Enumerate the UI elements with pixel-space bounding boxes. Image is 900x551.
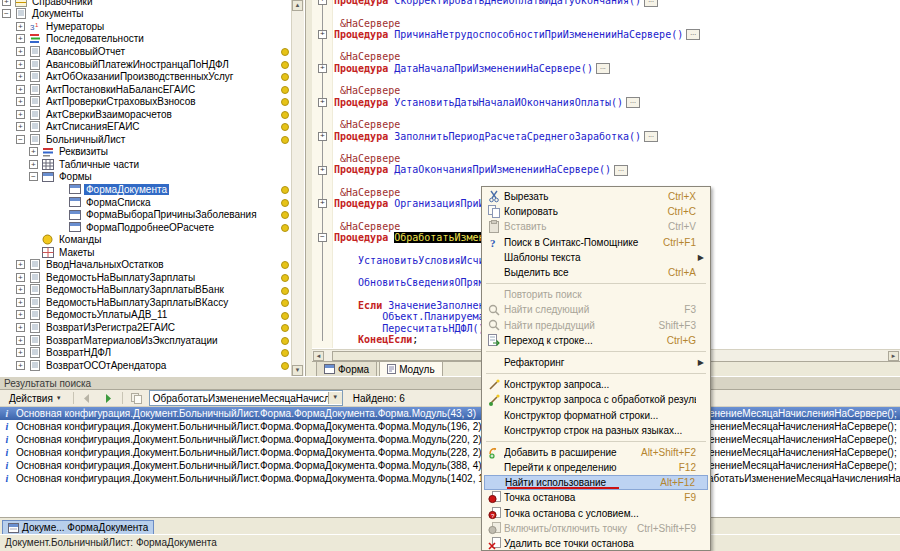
search-filter-combo[interactable]: ОбработатьИзменениеМесяцаНачисленияНаСер… bbox=[149, 390, 343, 406]
code-line[interactable]: &НаСервере bbox=[334, 85, 900, 96]
code-line[interactable] bbox=[334, 74, 900, 85]
code-line[interactable]: Процедура ДатаОкончанияПриИзмененииНаСер… bbox=[334, 164, 900, 175]
tree-item-АктОбОказанииПроизводственныхУслуг[interactable]: +АктОбОказанииПроизводственныхУслуг bbox=[0, 70, 290, 83]
fold-expand-icon[interactable]: + bbox=[318, 30, 327, 39]
code-line[interactable] bbox=[334, 108, 900, 119]
tree-scrollbar[interactable]: ▲ ▼ bbox=[291, 0, 304, 376]
fold-expand-icon[interactable]: + bbox=[318, 64, 327, 73]
tab-forma[interactable]: Форма bbox=[316, 362, 377, 376]
expand-icon[interactable]: + bbox=[16, 323, 25, 332]
tree-item-Реквизиты[interactable]: +Реквизиты bbox=[0, 146, 290, 159]
tree-item-ФормаСписка[interactable]: +ФормаСписка bbox=[0, 196, 290, 209]
tree-item-Последовательности[interactable]: +Последовательности bbox=[0, 33, 290, 46]
expand-icon[interactable]: + bbox=[29, 160, 38, 169]
combo-arrow-icon[interactable]: ▼ bbox=[328, 392, 342, 404]
expand-icon[interactable]: + bbox=[16, 72, 25, 81]
code-line[interactable]: &НаСервере bbox=[334, 18, 900, 29]
code-line[interactable] bbox=[334, 6, 900, 17]
search-result-row[interactable]: iОсновная конфигурация.Документ.Больничн… bbox=[0, 472, 900, 485]
menu-item-Конструктор-запроса-с-обработкой-результата-[interactable]: Конструктор запроса с обработкой результ… bbox=[484, 392, 708, 407]
code-line[interactable]: &НаСервере bbox=[334, 119, 900, 130]
tree-item-Команды[interactable]: +Команды bbox=[0, 233, 290, 246]
menu-item-Удалить-все-точки-останова[interactable]: Удалить все точки останова bbox=[484, 536, 708, 551]
next-result-button[interactable] bbox=[100, 391, 116, 405]
tab-modul[interactable]: Модуль bbox=[379, 362, 442, 376]
menu-item-Конструктор-запроса-[interactable]: Конструктор запроса... bbox=[484, 377, 708, 392]
code-line[interactable] bbox=[334, 40, 900, 51]
menu-item-Выделить-все[interactable]: Выделить всеCtrl+A bbox=[484, 265, 708, 280]
tree-item-ВедомостьНаВыплатуЗарплатыВБанк[interactable]: +ВедомостьНаВыплатуЗарплатыВБанк bbox=[0, 284, 290, 297]
expand-icon[interactable]: + bbox=[16, 22, 25, 31]
fold-expand-icon[interactable]: + bbox=[318, 0, 327, 5]
menu-item-Перейти-к-определению[interactable]: Перейти к определениюF12 bbox=[484, 460, 708, 475]
tree-item-ФормаВыбораПричиныЗаболевания[interactable]: +ФормаВыбораПричиныЗаболевания bbox=[0, 208, 290, 221]
expand-icon[interactable]: + bbox=[16, 47, 25, 56]
expand-icon[interactable]: + bbox=[16, 298, 25, 307]
tree-item-Макеты[interactable]: +Макеты bbox=[0, 246, 290, 259]
tree-item-ВозвратИзРегистра2ЕГАИС[interactable]: +ВозвратИзРегистра2ЕГАИС bbox=[0, 321, 290, 334]
expand-icon[interactable]: + bbox=[29, 147, 38, 156]
menu-item-Найти-использование[interactable]: Найти использованиеAlt+F12 bbox=[484, 475, 708, 490]
expand-icon[interactable]: + bbox=[16, 122, 25, 131]
expand-icon[interactable]: + bbox=[16, 110, 25, 119]
tree-item-Документы[interactable]: −Документы bbox=[0, 8, 290, 21]
expand-icon[interactable]: + bbox=[16, 34, 25, 43]
code-line[interactable]: &НаСервере bbox=[334, 153, 900, 164]
collapsed-body-icon[interactable]: ... bbox=[644, 131, 658, 142]
tree-item-БольничныйЛист[interactable]: −БольничныйЛист bbox=[0, 133, 290, 146]
search-result-row[interactable]: iОсновная конфигурация.Документ.Больничн… bbox=[0, 446, 900, 459]
tree-item-ВозвратМатериаловИзЭксплуатации[interactable]: +ВозвратМатериаловИзЭксплуатации bbox=[0, 334, 290, 347]
collapse-icon[interactable]: − bbox=[16, 135, 25, 144]
expand-icon[interactable]: + bbox=[16, 310, 25, 319]
expand-icon[interactable]: + bbox=[16, 260, 25, 269]
collapse-icon[interactable]: − bbox=[29, 172, 38, 181]
code-line[interactable] bbox=[334, 142, 900, 153]
tree-item-Нумераторы[interactable]: +31Нумераторы bbox=[0, 20, 290, 33]
scroll-left-icon[interactable]: ◄ bbox=[313, 351, 324, 361]
expand-icon[interactable]: + bbox=[16, 97, 25, 106]
tree-item-ВозвратОСОтАрендатора[interactable]: +ВозвратОСОтАрендатора bbox=[0, 359, 290, 372]
tree-item-АвансовыйОтчет[interactable]: +АвансовыйОтчет bbox=[0, 45, 290, 58]
scroll-down-icon[interactable]: ▼ bbox=[292, 365, 303, 376]
tree-item-ВедомостьУплатыАДВ_11[interactable]: +ВедомостьУплатыАДВ_11 bbox=[0, 309, 290, 322]
code-line[interactable]: Процедура ПричинаНетрудоспособностиПриИз… bbox=[334, 29, 900, 40]
search-result-row[interactable]: iОсновная конфигурация.Документ.Больничн… bbox=[0, 459, 900, 472]
menu-item-Конструктор-строк-на-разных-языках-[interactable]: Конструктор строк на разных языках... bbox=[484, 423, 708, 438]
expand-icon[interactable]: + bbox=[16, 348, 25, 357]
tree-item-АктСверкиВзаиморасчетов[interactable]: +АктСверкиВзаиморасчетов bbox=[0, 108, 290, 121]
search-result-row[interactable]: iОсновная конфигурация.Документ.Больничн… bbox=[0, 407, 900, 420]
expand-icon[interactable]: + bbox=[2, 0, 11, 6]
menu-item-Рефакторинг[interactable]: Рефакторинг▶ bbox=[484, 355, 708, 370]
menu-item-Шаблоны-текста[interactable]: Шаблоны текста▶ bbox=[484, 250, 708, 265]
collapsed-body-icon[interactable]: ... bbox=[644, 0, 658, 7]
tree-item-АктПроверкиСтраховыхВзносов[interactable]: +АктПроверкиСтраховыхВзносов bbox=[0, 95, 290, 108]
collapse-icon[interactable]: − bbox=[2, 9, 11, 18]
menu-item-Точка-останова[interactable]: Точка остановаF9 bbox=[484, 490, 708, 505]
tree-item-ВозвратНДФЛ[interactable]: +ВозвратНДФЛ bbox=[0, 346, 290, 359]
fold-expand-icon[interactable]: + bbox=[318, 166, 327, 175]
tree-item-АктПостановкиНаБалансЕГАИС[interactable]: +АктПостановкиНаБалансЕГАИС bbox=[0, 83, 290, 96]
menu-item-Поиск-в-Синтакс-Помощнике[interactable]: ?Поиск в Синтакс-ПомощникеCtrl+F1 bbox=[484, 235, 708, 250]
expand-icon[interactable]: + bbox=[16, 60, 25, 69]
scroll-up-icon[interactable]: ▲ bbox=[292, 0, 303, 11]
scroll-right-icon[interactable]: ► bbox=[888, 351, 899, 361]
code-line[interactable]: Процедура УстановитьДатыНачалаИОкончания… bbox=[334, 97, 900, 108]
expand-icon[interactable]: + bbox=[16, 285, 25, 294]
expand-icon[interactable]: + bbox=[16, 85, 25, 94]
collapsed-body-icon[interactable]: ... bbox=[686, 29, 700, 40]
expand-icon[interactable]: + bbox=[16, 273, 25, 282]
menu-item-Точка-останова-с-условием-[interactable]: ?Точка останова с условием... bbox=[484, 506, 708, 521]
tree-item-АвансовыйПлатежИностранцаПоНДФЛ[interactable]: +АвансовыйПлатежИностранцаПоНДФЛ bbox=[0, 58, 290, 71]
previous-result-button[interactable] bbox=[80, 391, 96, 405]
menu-item-Копировать[interactable]: КопироватьCtrl+C bbox=[484, 204, 708, 219]
tree-item-ВводНачальныхОстатков[interactable]: +ВводНачальныхОстатков bbox=[0, 258, 290, 271]
tree-item-ВедомостьНаВыплатуЗарплаты[interactable]: +ВедомостьНаВыплатуЗарплаты bbox=[0, 271, 290, 284]
actions-button[interactable]: Действия ▼ bbox=[4, 391, 67, 406]
tree-item-АктСписанияЕГАИС[interactable]: +АктСписанияЕГАИС bbox=[0, 120, 290, 133]
tree-item-Справочники[interactable]: +Справочники bbox=[0, 0, 290, 8]
collapsed-body-icon[interactable]: ... bbox=[596, 63, 610, 74]
fold-expand-icon[interactable]: + bbox=[318, 199, 327, 208]
copy-results-icon[interactable] bbox=[129, 391, 145, 405]
fold-expand-icon[interactable]: + bbox=[318, 132, 327, 141]
tree-item-ФормаПодробнееОРасчете[interactable]: +ФормаПодробнееОРасчете bbox=[0, 221, 290, 234]
